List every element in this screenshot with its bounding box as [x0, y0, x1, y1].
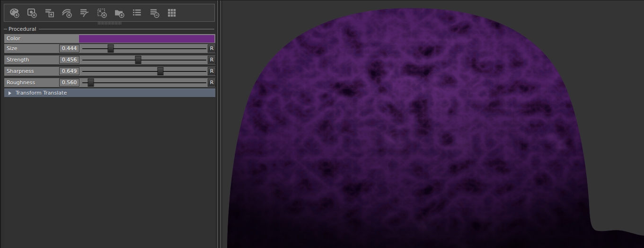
- panel-empty-area: [4, 98, 215, 247]
- list-icon[interactable]: [131, 7, 142, 18]
- strength-reset-button[interactable]: R: [208, 56, 216, 64]
- folder-add-icon[interactable]: [114, 7, 125, 18]
- divider: [4, 29, 7, 29]
- layers-image-icon[interactable]: [44, 7, 55, 18]
- slider-track: [82, 82, 206, 83]
- slider-track: [82, 71, 206, 72]
- size-label: Size: [7, 45, 18, 52]
- roughness-slider[interactable]: [82, 78, 206, 87]
- application-window: Procedural Color Size 0.444 R Strength 0…: [0, 0, 644, 248]
- viewport-3d[interactable]: [222, 0, 644, 248]
- size-value-field[interactable]: 0.444: [59, 44, 79, 53]
- size-reset-button[interactable]: R: [208, 44, 216, 53]
- strength-label: Strength: [7, 57, 29, 63]
- panel-splitter-grip[interactable]: [98, 22, 122, 25]
- divider: [39, 29, 214, 29]
- stencil-add-icon[interactable]: [96, 7, 107, 18]
- panel-viewport-splitter[interactable]: [216, 0, 222, 248]
- sharpness-slider-handle[interactable]: [158, 67, 164, 75]
- group-label: Transform Translate: [16, 90, 67, 96]
- properties-panel: Procedural Color Size 0.444 R Strength 0…: [0, 0, 216, 248]
- slider-track: [82, 60, 206, 61]
- lines-curve-icon[interactable]: [79, 7, 90, 18]
- color-swatch[interactable]: [79, 35, 214, 43]
- strength-slider-handle[interactable]: [135, 56, 141, 64]
- section-title-text: Procedural: [7, 26, 39, 32]
- sharpness-value-field[interactable]: 0.649: [59, 67, 79, 75]
- sculpt-mesh[interactable]: [222, 0, 644, 248]
- sharpness-slider[interactable]: [82, 67, 206, 76]
- strength-row: Strength 0.456 R: [4, 55, 215, 64]
- strength-slider[interactable]: [82, 55, 206, 64]
- layers-toolbar: [4, 4, 215, 22]
- curves-add-icon[interactable]: [61, 7, 72, 18]
- strength-value-field[interactable]: 0.456: [59, 56, 79, 64]
- procedural-section-title: Procedural: [4, 26, 214, 32]
- roughness-reset-button[interactable]: R: [208, 79, 216, 87]
- slider-track: [82, 48, 206, 49]
- roughness-slider-handle[interactable]: [88, 79, 94, 87]
- list-remove-icon[interactable]: [149, 7, 160, 18]
- roughness-row: Roughness 0.560 R: [4, 78, 215, 87]
- size-slider-handle[interactable]: [108, 44, 114, 53]
- roughness-value-field[interactable]: 0.560: [59, 79, 79, 87]
- sharpness-reset-button[interactable]: R: [208, 67, 216, 75]
- color-label: Color: [7, 35, 20, 42]
- grid-icon[interactable]: [166, 7, 177, 18]
- palette-add-icon[interactable]: [9, 7, 20, 18]
- size-row: Size 0.444 R: [4, 44, 215, 53]
- color-row: Color: [4, 34, 215, 43]
- sharpness-label: Sharpness: [7, 68, 34, 74]
- sharpness-row: Sharpness 0.649 R: [4, 67, 215, 76]
- transform-translate-group[interactable]: Transform Translate: [4, 89, 215, 97]
- image-add-icon[interactable]: [26, 7, 37, 18]
- chevron-right-icon: [9, 91, 11, 95]
- size-slider[interactable]: [82, 44, 206, 53]
- roughness-label: Roughness: [7, 80, 35, 86]
